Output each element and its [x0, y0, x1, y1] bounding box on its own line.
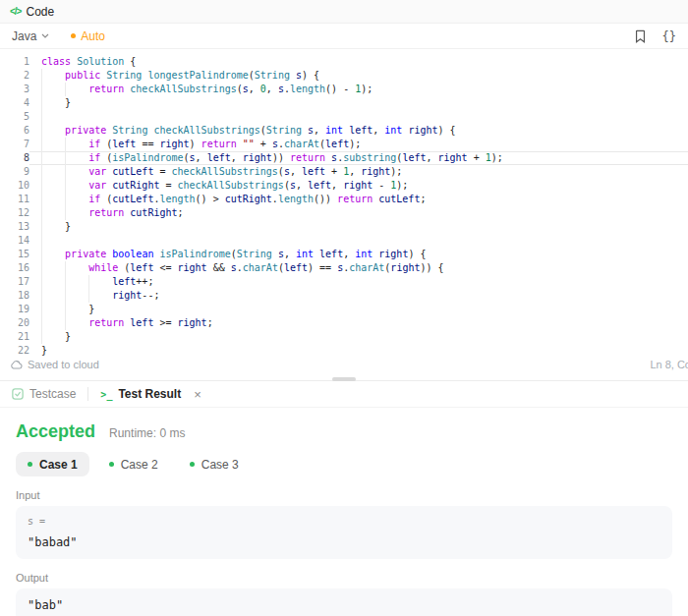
- line-number: 4: [0, 96, 29, 110]
- indent-guide: [65, 316, 66, 330]
- cursor-position: Ln 8, Co: [650, 359, 688, 370]
- code-line[interactable]: 21 }: [0, 330, 688, 344]
- case-chip-label: Case 2: [121, 458, 158, 472]
- indent-guide: [88, 275, 89, 289]
- language-label: Java: [12, 29, 36, 43]
- tab-separator: [87, 387, 88, 401]
- line-number: 21: [0, 330, 29, 344]
- autosave-label: Auto: [81, 29, 105, 43]
- bookmark-icon: [634, 29, 647, 43]
- indent-guide: [41, 69, 42, 83]
- case-dot-icon: [190, 462, 195, 467]
- line-number: 19: [0, 303, 29, 316]
- case-chip[interactable]: Case 3: [178, 452, 251, 476]
- indent-guide: [41, 151, 42, 165]
- close-icon[interactable]: ×: [194, 388, 201, 401]
- indent-guide: [65, 138, 66, 151]
- autosave-indicator[interactable]: Auto: [71, 29, 105, 43]
- toolbar-actions: {}: [634, 29, 676, 43]
- indent-guide: [41, 206, 42, 220]
- indent-guide: [41, 165, 42, 179]
- line-number: 6: [0, 124, 29, 138]
- indent-guide: [41, 330, 42, 344]
- code-line[interactable]: 17 left++;: [0, 275, 688, 289]
- indent-guide: [65, 275, 66, 289]
- output-label: Output: [16, 572, 672, 584]
- indent-guide: [41, 220, 42, 234]
- code-line[interactable]: 2 public String longestPalindrome(String…: [0, 69, 688, 83]
- code-line[interactable]: 8 if (isPalindrome(s, left, right)) retu…: [0, 151, 688, 165]
- line-number: 22: [0, 344, 29, 356]
- code-line[interactable]: 13 }: [0, 220, 688, 234]
- code-line[interactable]: 20 return left >= right;: [0, 316, 688, 330]
- code-line[interactable]: 12 return cutRight;: [0, 206, 688, 220]
- indent-guide: [41, 110, 42, 124]
- input-param-name: s =: [28, 516, 660, 528]
- indent-guide: [41, 193, 42, 206]
- code-line[interactable]: 7 if (left == right) return "" + s.charA…: [0, 138, 688, 151]
- line-number: 5: [0, 110, 29, 124]
- code-line[interactable]: 9 var cutLeft = checkAllSubstrings(s, le…: [0, 165, 688, 179]
- line-number: 8: [0, 151, 29, 165]
- indent-guide: [41, 96, 42, 110]
- code-line[interactable]: 1class Solution {: [0, 55, 688, 69]
- indent-guide: [65, 165, 66, 179]
- indent-guide: [65, 193, 66, 206]
- panel-header: </> Code: [0, 0, 688, 24]
- indent-guide: [41, 261, 42, 275]
- line-number: 13: [0, 220, 29, 234]
- case-chip[interactable]: Case 1: [16, 452, 89, 476]
- code-line[interactable]: 19 }: [0, 303, 688, 316]
- code-icon: </>: [10, 6, 21, 17]
- indent-guide: [41, 275, 42, 289]
- code-line[interactable]: 5: [0, 110, 688, 124]
- editor-toolbar: Java Auto {}: [0, 24, 688, 49]
- code-line[interactable]: 16 while (left <= right && s.charAt(left…: [0, 261, 688, 275]
- case-chip[interactable]: Case 2: [97, 452, 170, 476]
- line-number: 2: [0, 69, 29, 83]
- code-line[interactable]: 3 return checkAllSubstrings(s, 0, s.leng…: [0, 83, 688, 96]
- indent-guide: [65, 179, 66, 193]
- tab-testcase[interactable]: Testcase: [12, 387, 76, 401]
- line-number: 3: [0, 83, 29, 96]
- code-line[interactable]: 18 right--;: [0, 289, 688, 303]
- chevron-down-icon: [41, 33, 49, 38]
- indent-guide: [41, 83, 42, 96]
- code-editor[interactable]: 1class Solution {2 public String longest…: [0, 49, 688, 356]
- case-dot-icon: [28, 462, 32, 467]
- indent-guide: [65, 303, 66, 316]
- code-line[interactable]: 15 private boolean isPalindrome(String s…: [0, 248, 688, 261]
- case-chip-label: Case 1: [39, 458, 78, 472]
- save-status: Saved to cloud: [10, 359, 99, 370]
- line-number: 17: [0, 275, 29, 289]
- line-number: 10: [0, 179, 29, 193]
- indent-guide: [41, 179, 42, 193]
- code-line[interactable]: 6 private String checkAllSubstrings(Stri…: [0, 124, 688, 138]
- line-number: 1: [0, 55, 29, 69]
- code-line[interactable]: 10 var cutRight = checkAllSubstrings(s, …: [0, 179, 688, 193]
- drag-handle[interactable]: [332, 377, 356, 381]
- autosave-dot-icon: [71, 33, 76, 38]
- bookmark-button[interactable]: [634, 29, 647, 43]
- case-dot-icon: [109, 462, 114, 467]
- language-selector[interactable]: Java: [12, 29, 49, 43]
- line-number: 20: [0, 316, 29, 330]
- input-label: Input: [16, 489, 672, 501]
- code-line[interactable]: 14: [0, 234, 688, 248]
- braces-icon: {}: [662, 29, 676, 43]
- code-line[interactable]: 22}: [0, 344, 688, 356]
- indent-guide: [65, 83, 66, 96]
- line-number: 9: [0, 165, 29, 179]
- check-square-icon: [12, 388, 24, 400]
- format-code-button[interactable]: {}: [662, 29, 676, 43]
- tab-test-result[interactable]: >_ Test Result ×: [100, 387, 201, 401]
- indent-guide: [41, 248, 42, 261]
- code-line[interactable]: 4 }: [0, 96, 688, 110]
- code-line[interactable]: 11 if (cutLeft.length() > cutRight.lengt…: [0, 193, 688, 206]
- case-list: Case 1Case 2Case 3: [16, 452, 672, 476]
- indent-guide: [65, 289, 66, 303]
- indent-guide: [41, 303, 42, 316]
- input-value: "babad": [28, 535, 660, 549]
- result-status: Accepted: [16, 421, 95, 442]
- line-number: 18: [0, 289, 29, 303]
